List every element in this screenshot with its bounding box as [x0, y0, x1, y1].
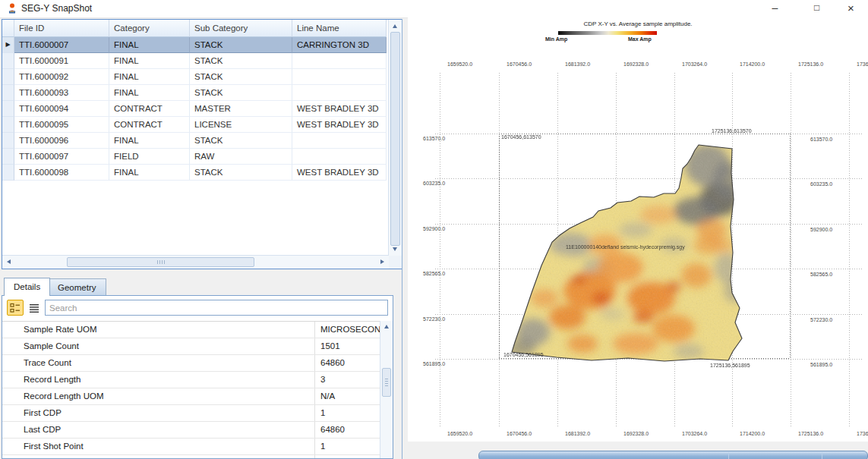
scroll-up-icon[interactable] [384, 325, 389, 329]
close-button[interactable]: × [834, 0, 868, 17]
property-value[interactable]: 3 [315, 372, 380, 388]
row-selector[interactable] [2, 53, 14, 69]
cell: FINAL [109, 85, 190, 101]
column-header-line-name[interactable]: Line Name [292, 20, 387, 37]
table-row[interactable]: TTI.6000093FINALSTACK [2, 85, 389, 101]
row-selector[interactable] [2, 149, 14, 165]
cell: TTI.6000092 [14, 69, 109, 85]
property-row[interactable]: Record Length3 [2, 372, 380, 388]
cell: RAW [190, 149, 292, 165]
scroll-up-icon[interactable] [393, 24, 397, 28]
maximize-button[interactable]: □ [800, 0, 834, 17]
list-view-icon [29, 303, 39, 313]
cell: STACK [190, 53, 292, 69]
segy-filename-annotation: 11E100000140defland seismic-hydecorpremi… [566, 244, 685, 250]
property-value[interactable]: 64860 [315, 355, 380, 371]
property-value[interactable]: 1 [315, 439, 380, 454]
table-row[interactable]: TTI.6000098FINALSTACKWEST BRADLEY 3D [2, 165, 389, 181]
cell: FIELD [109, 149, 190, 165]
property-list: Sample Rate UOMMICROSECONDSample Count15… [2, 321, 380, 458]
cell: STACK [190, 85, 292, 101]
cell: TTI.6000096 [14, 133, 109, 149]
details-vertical-scrollbar[interactable] [380, 321, 393, 458]
property-row[interactable]: First Shot Point1 [2, 439, 380, 455]
extent-label-top-right: 1725136,613570 [712, 128, 752, 134]
table-row[interactable]: ▶TTI.6000007FINALSTACKCARRINGTON 3D [2, 37, 389, 53]
cell [292, 85, 387, 101]
cell: TTI.6000091 [14, 53, 109, 69]
files-grid-vertical-scrollbar[interactable] [388, 20, 402, 256]
scroll-down-icon[interactable] [393, 247, 397, 251]
row-selector[interactable] [2, 85, 14, 101]
property-value[interactable]: 1501 [315, 338, 380, 354]
row-selector[interactable] [2, 101, 14, 117]
column-header-sub-category[interactable]: Sub Category [190, 20, 292, 37]
vertical-scroll-thumb[interactable] [390, 32, 400, 246]
files-grid-rows: ▶TTI.6000007FINALSTACKCARRINGTON 3DTTI.6… [2, 37, 389, 181]
property-row[interactable]: Record Length UOMN/A [2, 388, 380, 405]
tab-details[interactable]: Details [4, 278, 50, 296]
row-selector[interactable] [2, 165, 14, 181]
categorized-view-button[interactable] [7, 300, 24, 316]
table-row[interactable]: TTI.6000095CONTRACTLICENSEWEST BRADLEY 3… [2, 117, 389, 133]
left-pane-border [402, 19, 402, 459]
scroll-right-icon[interactable] [380, 259, 384, 264]
table-row[interactable]: TTI.6000092FINALSTACK [2, 69, 389, 85]
cell: MASTER [190, 101, 292, 117]
cell: CONTRACT [109, 117, 190, 133]
cell [292, 53, 387, 69]
column-header-file-id[interactable]: File ID [14, 20, 109, 37]
column-header-category[interactable]: Category [109, 20, 190, 37]
tab-strip: Details Geometry [2, 276, 393, 296]
details-body: Sample Rate UOMMICROSECONDSample Count15… [2, 295, 393, 459]
cell [292, 69, 387, 85]
property-row[interactable]: First CDP1 [2, 405, 380, 422]
cell: FINAL [109, 53, 190, 69]
property-value[interactable]: MICROSECOND [315, 322, 380, 338]
property-label: Trace Count [2, 355, 315, 371]
cell: FINAL [109, 133, 190, 149]
property-value[interactable]: 64860 [315, 422, 380, 438]
window-title: SEG-Y SnapShot [21, 3, 92, 14]
survey-heatmap [408, 17, 868, 459]
map-bottom-strip [408, 442, 868, 459]
title-bar[interactable]: SEG-Y SnapShot – □ × [0, 0, 868, 18]
table-row[interactable]: TTI.6000096FINALSTACK [2, 133, 389, 149]
search-input[interactable] [45, 300, 388, 316]
files-grid-horizontal-scrollbar[interactable] [2, 255, 389, 269]
minimize-button[interactable]: – [758, 0, 792, 17]
row-selector[interactable] [2, 133, 14, 149]
table-row[interactable]: TTI.6000091FINALSTACK [2, 53, 389, 69]
horizontal-scroll-thumb[interactable] [67, 257, 254, 267]
property-value[interactable] [315, 455, 380, 458]
table-row[interactable]: TTI.6000097FIELDRAW [2, 149, 389, 165]
map-plot[interactable]: CDP X-Y vs. Average sample amplitude. Mi… [408, 17, 868, 459]
categorized-view-icon [10, 303, 21, 313]
map-horizontal-scrollbar[interactable] [478, 451, 868, 459]
files-grid-header: File ID Category Sub Category Line Name [2, 20, 389, 37]
list-view-button[interactable] [26, 300, 43, 316]
property-row[interactable]: Sample Count1501 [2, 338, 380, 355]
app-icon [6, 2, 18, 14]
scroll-left-icon[interactable] [7, 259, 11, 264]
row-selector[interactable]: ▶ [2, 37, 14, 53]
extent-label-bottom-right: 1725136,561895 [710, 363, 750, 368]
property-value[interactable]: N/A [315, 388, 380, 404]
cell [292, 133, 387, 149]
cell: STACK [190, 69, 292, 85]
tab-geometry[interactable]: Geometry [48, 278, 106, 296]
table-row[interactable]: TTI.6000094CONTRACTMASTERWEST BRADLEY 3D [2, 101, 389, 117]
cell: STACK [190, 165, 292, 181]
property-row[interactable]: Last CDP64860 [2, 422, 380, 439]
row-selector[interactable] [2, 69, 14, 85]
property-row[interactable]: Trace Count64860 [2, 355, 380, 372]
property-row[interactable]: Sample Rate UOMMICROSECOND [2, 322, 380, 338]
cell: FINAL [109, 37, 190, 53]
cell: STACK [190, 37, 292, 53]
row-selector[interactable] [2, 117, 14, 133]
property-label: First Shot Point [2, 439, 315, 454]
vertical-scroll-thumb[interactable] [382, 368, 391, 397]
extent-label-bottom-left: 1670456,561895 [503, 352, 544, 357]
property-value[interactable]: 1 [315, 405, 380, 421]
property-row[interactable]: Last Shot Point [2, 455, 380, 458]
